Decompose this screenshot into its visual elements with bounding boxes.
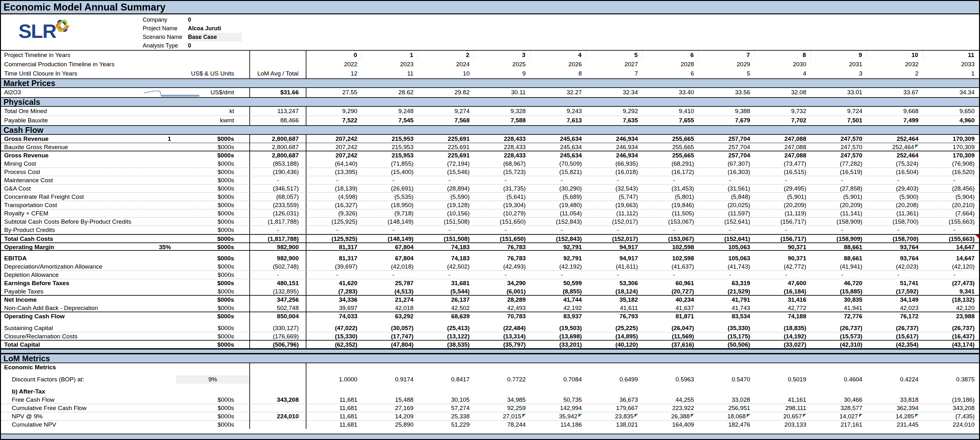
value-cell[interactable]: - xyxy=(586,226,643,234)
value-cell[interactable]: (158,909) xyxy=(811,218,867,226)
value-cell[interactable]: 27.55 xyxy=(306,88,362,97)
row-unit[interactable]: $000s xyxy=(176,193,250,201)
value-cell[interactable]: - xyxy=(698,271,754,279)
value-cell[interactable]: 78,244 xyxy=(474,421,530,429)
value-cell[interactable]: (62,352) xyxy=(306,341,362,349)
value-cell[interactable]: - xyxy=(530,226,586,234)
value-cell[interactable]: (4,598) xyxy=(306,193,362,201)
value-cell[interactable]: 51,741 xyxy=(867,279,923,287)
value-cell[interactable]: - xyxy=(362,226,418,234)
value-cell[interactable]: 9,410 xyxy=(643,107,698,116)
value-cell[interactable]: 34,985 xyxy=(474,396,530,404)
value-cell[interactable] xyxy=(474,251,530,254)
row-extra-value[interactable] xyxy=(141,107,176,116)
value-cell[interactable]: 41,620 xyxy=(306,279,362,287)
value-cell[interactable]: (15,175) xyxy=(698,332,754,340)
row-extra-value[interactable] xyxy=(141,371,176,375)
value-cell[interactable]: 3 xyxy=(474,51,530,60)
value-cell[interactable] xyxy=(418,320,474,324)
lom-total-cell[interactable]: - xyxy=(250,226,306,234)
value-cell[interactable]: (5,535) xyxy=(362,193,418,201)
value-cell[interactable]: 10 xyxy=(867,51,923,60)
value-cell[interactable]: 83,937 xyxy=(530,312,586,320)
value-cell[interactable]: 10 xyxy=(418,69,474,78)
value-cell[interactable]: 215,953 xyxy=(362,151,418,159)
row-unit[interactable]: $000s xyxy=(176,296,250,304)
value-cell[interactable]: (16,520) xyxy=(923,168,979,176)
value-cell[interactable] xyxy=(362,320,418,324)
value-cell[interactable]: 81,317 xyxy=(306,254,362,263)
value-cell[interactable]: 9,724 xyxy=(811,107,867,116)
row-extra-value[interactable] xyxy=(141,254,176,263)
lom-total-cell[interactable]: (346,517) xyxy=(250,185,306,193)
value-cell[interactable]: (42,023) xyxy=(867,263,923,271)
row-label[interactable]: Operating Cash Flow xyxy=(1,312,141,320)
value-cell[interactable]: 224,010 xyxy=(923,421,979,429)
value-cell[interactable] xyxy=(923,387,979,396)
value-cell[interactable]: 14,647 xyxy=(923,243,979,251)
row-label[interactable] xyxy=(1,371,141,375)
value-cell[interactable]: 94,917 xyxy=(586,243,643,251)
lom-total-cell[interactable]: 2,800,687 xyxy=(250,151,306,159)
value-cell[interactable]: 182,476 xyxy=(698,421,754,429)
value-cell[interactable]: 34,290 xyxy=(474,279,530,287)
value-cell[interactable]: (25,413) xyxy=(418,324,474,332)
value-cell[interactable]: 14,285◤ xyxy=(867,412,923,421)
value-cell[interactable] xyxy=(474,320,530,324)
row-extra-value[interactable] xyxy=(141,384,176,387)
row-label[interactable]: Subtotal Cash Costs Before By-Product Cr… xyxy=(1,218,141,226)
value-cell[interactable]: 11,681 xyxy=(306,396,362,404)
value-cell[interactable]: - xyxy=(418,271,474,279)
value-cell[interactable]: (9,326) xyxy=(306,209,362,217)
row-label[interactable]: Gross Revenue xyxy=(1,135,141,143)
value-cell[interactable]: 9,668 xyxy=(867,107,923,116)
value-cell[interactable]: 215,953 xyxy=(362,143,418,151)
value-cell[interactable]: 33,818 xyxy=(867,396,923,404)
value-cell[interactable]: 76,172 xyxy=(867,312,923,320)
value-cell[interactable]: - xyxy=(811,226,867,234)
value-cell[interactable]: (18,950) xyxy=(362,201,418,209)
value-cell[interactable]: (35,797) xyxy=(474,341,530,349)
value-cell[interactable]: - xyxy=(474,176,530,184)
value-cell[interactable]: 93,764 xyxy=(867,254,923,263)
row-extra-value[interactable] xyxy=(141,51,176,60)
value-cell[interactable]: 170,309 xyxy=(923,151,979,159)
lom-total-cell[interactable]: 224,010 xyxy=(250,412,306,421)
value-cell[interactable]: 15,488 xyxy=(362,396,418,404)
value-cell[interactable]: (13,698) xyxy=(530,332,586,340)
value-cell[interactable]: (30,057) xyxy=(362,324,418,332)
value-cell[interactable]: 215,953 xyxy=(362,135,418,143)
lom-total-cell[interactable] xyxy=(250,387,306,396)
value-cell[interactable]: (9,718) xyxy=(362,209,418,217)
value-cell[interactable]: (75,324) xyxy=(867,159,923,167)
value-cell[interactable]: - xyxy=(867,176,923,184)
value-cell[interactable]: (15,723) xyxy=(474,168,530,176)
row-extra-value[interactable] xyxy=(141,312,176,320)
lom-total-cell[interactable]: 88,466 xyxy=(250,116,306,125)
row-label[interactable] xyxy=(1,251,141,254)
row-unit[interactable]: $000s xyxy=(176,412,250,421)
value-cell[interactable]: (41,637) xyxy=(643,263,698,271)
value-cell[interactable]: 328,577 xyxy=(811,404,867,412)
value-cell[interactable]: 35,942◤ xyxy=(530,412,586,421)
value-cell[interactable]: (35,330) xyxy=(698,324,754,332)
value-cell[interactable]: (30,290) xyxy=(530,185,586,193)
value-cell[interactable]: 25,890 xyxy=(362,421,418,429)
value-cell[interactable]: 33.56 xyxy=(698,88,754,97)
value-cell[interactable]: 40,234 xyxy=(643,296,698,304)
value-cell[interactable]: (11,361) xyxy=(867,209,923,217)
value-cell[interactable]: 2031 xyxy=(811,60,867,69)
value-cell[interactable]: 225,691 xyxy=(418,151,474,159)
project-name-value[interactable]: Alcoa Juruti xyxy=(188,24,221,33)
value-cell[interactable]: 203,133 xyxy=(754,421,811,429)
value-cell[interactable]: 42,192 xyxy=(530,304,586,312)
value-cell[interactable]: 228,433 xyxy=(474,143,530,151)
value-cell[interactable]: (19,186) xyxy=(923,396,979,404)
value-cell[interactable]: (21,529) xyxy=(698,287,754,295)
value-cell[interactable]: 18,068◤ xyxy=(698,412,754,421)
lom-total-cell[interactable]: 2,800,687 xyxy=(250,143,306,151)
value-cell[interactable] xyxy=(867,320,923,324)
value-cell[interactable]: 252,464 xyxy=(867,151,923,159)
value-cell[interactable] xyxy=(811,251,867,254)
value-cell[interactable]: (47,022) xyxy=(306,324,362,332)
